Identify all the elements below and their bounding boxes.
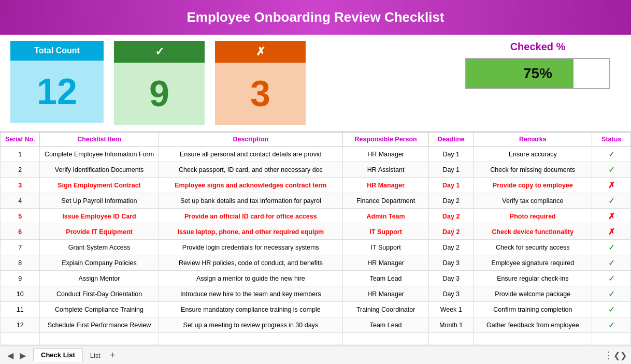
cell-description: Check passport, ID card, and other neces… (159, 162, 342, 178)
cell-deadline: Day 2 (429, 240, 474, 255)
cell-person: HR Manager (343, 255, 429, 271)
cell-description: Ensure mandatory compliance training is … (159, 302, 342, 317)
next-sheet-button[interactable]: ▶ (17, 350, 29, 361)
table-row: 9 Assign Mentor Assign a mentor to guide… (1, 271, 631, 286)
cell-status: ✓ (592, 286, 631, 302)
status-check-icon: ✓ (608, 258, 615, 267)
page-header: Employee Onboarding Review Checklist (0, 0, 631, 35)
cell-remarks: Gather feedback from employee (474, 317, 592, 333)
cell-remarks: Provide welcome package (474, 286, 592, 302)
cell-item: Set Up Payroll Information (40, 193, 159, 209)
cell-person: IT Support (343, 240, 429, 255)
cell-serial: 7 (1, 240, 40, 255)
cell-status: ✓ (592, 193, 631, 209)
table-row: 8 Explain Company Policies Review HR pol… (1, 255, 631, 271)
unchecked-box: ✗ 3 (215, 41, 306, 125)
cell-description: Assign a mentor to guide the new hire (159, 271, 342, 286)
table-row: 6 Provide IT Equipment Issue laptop, pho… (1, 224, 631, 240)
cell-serial: 5 (1, 209, 40, 224)
table-row: 3 Sign Employment Contract Employee sign… (1, 178, 631, 193)
status-check-icon: ✓ (608, 321, 615, 329)
cell-item: Conduct First-Day Orientation (40, 286, 159, 302)
cell-deadline: Day 2 (429, 224, 474, 240)
col-header-serial: Serial No. (1, 133, 40, 147)
status-check-icon: ✓ (608, 274, 615, 283)
col-header-status: Status (592, 133, 631, 147)
total-count-value: 12 (10, 61, 104, 123)
status-cross-icon: ✗ (608, 227, 615, 236)
cell-person: Admin Team (343, 209, 429, 224)
cell-deadline: Day 3 (429, 271, 474, 286)
checked-value: 9 (114, 63, 205, 125)
cell-status: ✗ (592, 178, 631, 193)
page-title: Employee Onboarding Review Checklist (187, 9, 444, 25)
cell-description: Issue laptop, phone, and other required … (159, 224, 342, 240)
cell-item: Complete Employee Information Form (40, 147, 159, 162)
cell-status: ✓ (592, 147, 631, 162)
cell-deadline: Day 3 (429, 255, 474, 271)
cell-person: Training Coordinator (343, 302, 429, 317)
cell-remarks: Confirm training completion (474, 302, 592, 317)
cell-serial: 11 (1, 302, 40, 317)
cell-deadline: Day 2 (429, 209, 474, 224)
cell-status: ✓ (592, 255, 631, 271)
col-header-remarks: Remarks (474, 133, 592, 147)
cell-deadline: Day 2 (429, 193, 474, 209)
cell-item: Grant System Access (40, 240, 159, 255)
cell-serial: 10 (1, 286, 40, 302)
table-header-row: Serial No. Checklist Item Description Re… (1, 133, 631, 147)
tab-checklist[interactable]: Check List (33, 348, 83, 362)
cell-description: Set up bank details and tax information … (159, 193, 342, 209)
sheet-nav-left[interactable]: ❮ (613, 351, 620, 360)
table-row: 12 Schedule First Performance Review Set… (1, 317, 631, 333)
cell-deadline: Day 1 (429, 162, 474, 178)
status-check-icon: ✓ (608, 196, 615, 205)
cell-status: ✓ (592, 302, 631, 317)
checked-label: ✓ (114, 41, 205, 63)
status-cross-icon: ✗ (608, 212, 615, 221)
cell-description: Provide login credentials for necessary … (159, 240, 342, 255)
tab-list[interactable]: List (83, 350, 108, 361)
prev-sheet-button[interactable]: ◀ (4, 350, 17, 361)
percent-text: 75% (523, 65, 552, 82)
cell-remarks: Verify tax compliance (474, 193, 592, 209)
bottom-bar: ◀ ▶ Check List List + ⋮ ❮ ❯ (0, 345, 631, 364)
col-header-deadline: Deadline (429, 133, 474, 147)
status-check-icon: ✓ (608, 150, 615, 158)
cell-description: Employee signs and acknowledges contract… (159, 178, 342, 193)
table-row: 1 Complete Employee Information Form Ens… (1, 147, 631, 162)
cell-status: ✓ (592, 271, 631, 286)
cell-description: Review HR policies, code of conduct, and… (159, 255, 342, 271)
col-header-person: Responsible Person (343, 133, 429, 147)
cell-remarks: Check device functionality (474, 224, 592, 240)
add-sheet-button[interactable]: + (110, 350, 116, 361)
unchecked-value: 3 (215, 63, 306, 125)
cell-deadline: Month 1 (429, 317, 474, 333)
status-check-icon: ✓ (608, 165, 615, 174)
total-count-label: Total Count (10, 41, 104, 61)
cell-serial: 8 (1, 255, 40, 271)
cell-item: Schedule First Performance Review (40, 317, 159, 333)
checklist-table-wrapper: Serial No. Checklist Item Description Re… (0, 131, 631, 364)
cell-item: Provide IT Equipment (40, 224, 159, 240)
more-options-button[interactable]: ⋮ (604, 350, 613, 361)
cell-remarks: Provide copy to employee (474, 178, 592, 193)
cell-remarks: Employee signature required (474, 255, 592, 271)
col-header-description: Description (159, 133, 342, 147)
cell-person: HR Assistant (343, 162, 429, 178)
cell-description: Set up a meeting to review progress in 3… (159, 317, 342, 333)
cell-description: Introduce new hire to the team and key m… (159, 286, 342, 302)
cell-description: Ensure all personal and contact details … (159, 147, 342, 162)
cell-status: ✗ (592, 224, 631, 240)
table-row: 4 Set Up Payroll Information Set up bank… (1, 193, 631, 209)
cell-person: HR Manager (343, 147, 429, 162)
sheet-nav-right[interactable]: ❯ (620, 351, 627, 360)
cell-deadline: Day 1 (429, 147, 474, 162)
total-count-box: Total Count 12 (10, 41, 104, 123)
table-row: 2 Verify Identification Documents Check … (1, 162, 631, 178)
percent-container: Checked % 75% (465, 41, 610, 89)
cell-item: Sign Employment Contract (40, 178, 159, 193)
table-body: 1 Complete Employee Information Form Ens… (1, 147, 631, 365)
cell-description: Provide an official ID card for office a… (159, 209, 342, 224)
status-check-icon: ✓ (608, 305, 615, 314)
